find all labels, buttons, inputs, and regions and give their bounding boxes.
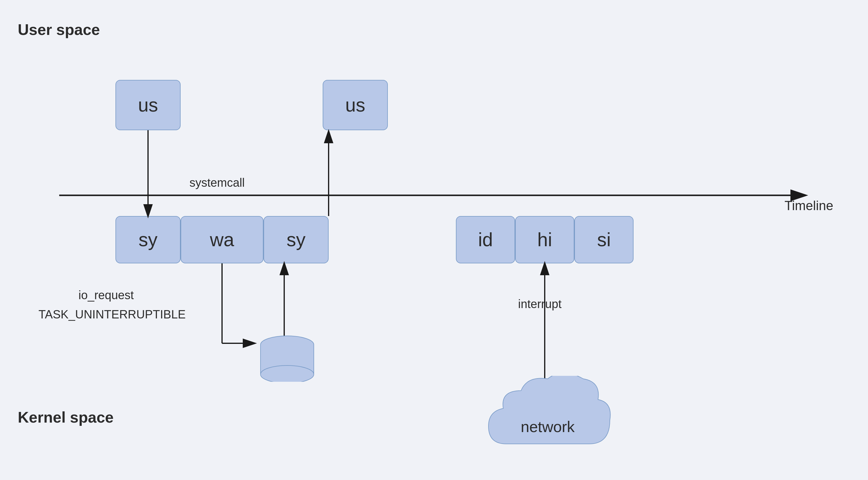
box-us1: us (116, 80, 181, 130)
annotation-interrupt: interrupt (518, 297, 562, 311)
box-sy2: sy (264, 216, 329, 263)
svg-point-13 (260, 365, 314, 382)
box-id: id (456, 216, 515, 263)
box-wa: wa (181, 216, 264, 263)
diagram: User space Kernel space us us sy wa sy i… (0, 0, 868, 480)
network-cloud-icon: network (479, 376, 616, 476)
annotation-systemcall: systemcall (189, 176, 245, 189)
kernel-space-label: Kernel space (18, 408, 114, 426)
disk-icon (257, 334, 317, 382)
user-space-label: User space (18, 21, 100, 38)
annotation-io-request: io_request (79, 289, 134, 302)
box-hi: hi (515, 216, 574, 263)
box-us2: us (323, 80, 388, 130)
box-sy1: sy (116, 216, 181, 263)
box-si: si (574, 216, 633, 263)
timeline-label: Timeline (784, 198, 833, 213)
svg-text:network: network (521, 418, 575, 435)
annotation-task-uninterruptible: TASK_UNINTERRUPTIBLE (38, 308, 186, 321)
